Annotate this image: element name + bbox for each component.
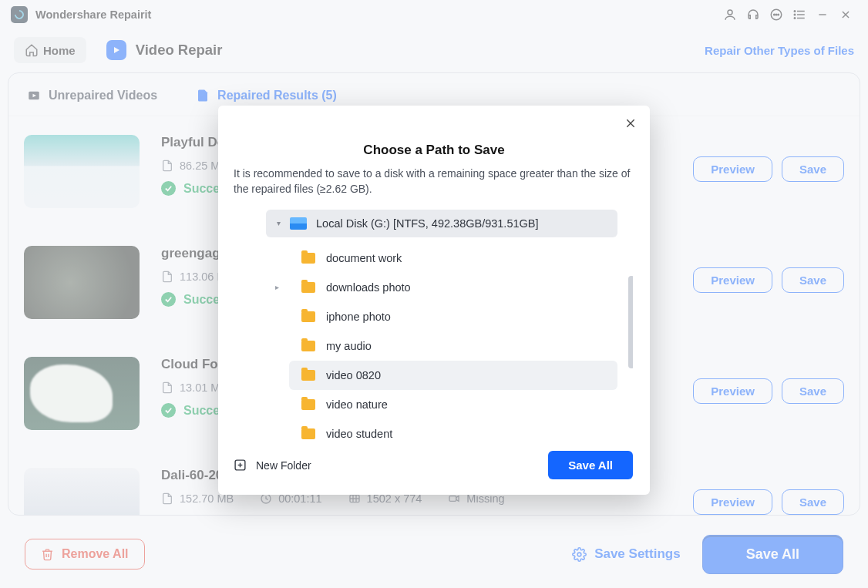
folder-label: video 0820 — [326, 369, 381, 381]
folder-row[interactable]: document work — [289, 244, 617, 273]
folder-icon — [301, 253, 315, 264]
folder-label: my audio — [326, 340, 372, 352]
close-icon — [624, 117, 637, 129]
folder-row[interactable]: ▸downloads photo — [289, 273, 617, 302]
disk-row[interactable]: ▾ Local Disk (G:) [NTFS, 492.38GB/931.51… — [266, 210, 617, 237]
new-folder-icon — [234, 459, 247, 472]
folder-icon — [301, 311, 315, 322]
folder-row[interactable]: iphone photo — [289, 302, 617, 331]
folder-icon — [301, 428, 315, 439]
chevron-right-icon: ▸ — [275, 283, 279, 291]
folder-row[interactable]: video nature — [289, 390, 617, 419]
folder-icon — [301, 341, 315, 351]
folder-label: video nature — [326, 398, 388, 411]
folder-label: iphone photo — [326, 311, 391, 323]
chevron-down-icon: ▾ — [277, 219, 281, 227]
disk-label: Local Disk (G:) [NTFS, 492.38GB/931.51GB… — [316, 217, 539, 230]
new-folder-label: New Folder — [256, 459, 311, 472]
dialog-title: Choose a Path to Save — [218, 143, 650, 158]
folder-tree: ▾ Local Disk (G:) [NTFS, 492.38GB/931.51… — [235, 210, 633, 440]
folder-row[interactable]: video 0820 — [289, 361, 617, 390]
disk-icon — [290, 217, 307, 230]
folder-label: video student — [326, 428, 392, 440]
folder-icon — [301, 370, 315, 381]
folder-icon — [301, 399, 315, 410]
folder-label: downloads photo — [326, 281, 411, 294]
folder-icon — [301, 282, 315, 293]
folder-label: document work — [326, 252, 402, 264]
scrollbar[interactable] — [628, 276, 633, 368]
dialog-save-all-button[interactable]: Save All — [548, 451, 633, 479]
save-path-dialog: Choose a Path to Save It is recommended … — [218, 106, 650, 495]
new-folder-button[interactable]: New Folder — [234, 459, 311, 472]
folder-row[interactable]: my audio — [289, 331, 617, 361]
dialog-note: It is recommended to save to a disk with… — [218, 166, 650, 197]
dialog-close-button[interactable] — [621, 113, 641, 133]
folder-row[interactable]: video student — [289, 419, 617, 440]
